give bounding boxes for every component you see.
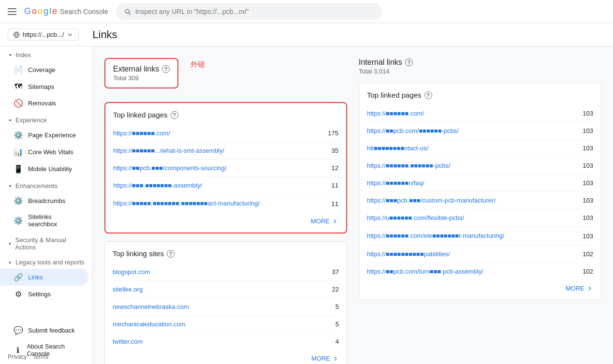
privacy-link[interactable]: Privacy bbox=[8, 353, 27, 360]
sidebar-item-core-web-vitals[interactable]: 📊 Core Web Vitals bbox=[0, 144, 88, 160]
topbar: Google Search Console bbox=[0, 0, 613, 23]
search-bar[interactable] bbox=[116, 3, 382, 20]
internal-top-linked-title-row: Top linked pages ? bbox=[367, 91, 593, 99]
chevron-right-icon bbox=[8, 241, 13, 246]
table-row: blogspot.com 37 bbox=[113, 263, 339, 281]
external-top-linked-title-row: Top linked pages ? bbox=[113, 111, 338, 119]
table-row: https://■■■■■■.../what-is-smt-assembly/ … bbox=[113, 142, 338, 160]
table-row: https://■■■■■■■■■■pabilities/ 102 bbox=[367, 246, 593, 263]
sidebar-item-page-experience[interactable]: ⚙️ Page Experience bbox=[0, 127, 88, 144]
logo-subtitle: Search Console bbox=[60, 8, 108, 15]
sidebar-item-mobile-usability[interactable]: 📱 Mobile Usability bbox=[0, 160, 88, 177]
external-links-annotation: 外链 bbox=[190, 60, 205, 69]
external-top-linked-rows: https://■■■■■■.com/ 175 https://■■■■■■..… bbox=[113, 125, 338, 213]
sidebar-section-security[interactable]: Security & Manual Actions bbox=[0, 232, 92, 254]
external-top-linked-title: Top linked pages bbox=[113, 111, 168, 119]
external-top-linking-rows: blogspot.com 37 sitelike.org 22 newschan… bbox=[113, 263, 339, 350]
feedback-icon: 💬 bbox=[14, 326, 23, 335]
table-row: https://■■■pcb.■■■/custom-pcb-manufactur… bbox=[367, 192, 593, 209]
sidebar-item-submit-feedback[interactable]: 💬 Submit feedback bbox=[0, 322, 88, 339]
external-top-linked-card: Top linked pages ? https://■■■■■■.com/ 1… bbox=[104, 102, 347, 233]
terms-link[interactable]: Terms bbox=[32, 353, 48, 360]
external-top-linking-title: Top linking sites bbox=[113, 249, 164, 258]
subbar: https://...pcb.../ Links bbox=[0, 23, 613, 46]
internal-top-linked-more[interactable]: MORE bbox=[367, 280, 593, 292]
page-experience-icon: ⚙️ bbox=[14, 131, 23, 140]
table-row: https://■■pcb.com/turn■■■ pcb-assembly/ … bbox=[367, 263, 593, 280]
external-top-linking-title-row: Top linking sites ? bbox=[113, 249, 339, 258]
property-selector[interactable]: https://...pcb.../ bbox=[8, 29, 79, 41]
internal-links-header-wrapper: Internal links ? Total 3,014 bbox=[359, 58, 601, 75]
settings-icon: ⚙ bbox=[14, 290, 23, 299]
table-row: mechanicaleducation.com 5 bbox=[113, 316, 339, 333]
external-top-linking-card: Top linking sites ? blogspot.com 37 site… bbox=[104, 241, 347, 364]
mobile-usability-icon: 📱 bbox=[14, 164, 23, 174]
page-title: Links bbox=[92, 29, 117, 41]
links-icon: 🔗 bbox=[14, 273, 23, 282]
table-row: https://■■■■■■.com/ele■■■■■■■t-manufactu… bbox=[367, 227, 593, 246]
table-row: https://■■■■■■.■■■■■■-pcbs/ 103 bbox=[367, 157, 593, 175]
table-row: https://■■pcb.com/■■■■■■-pcbs/ 103 bbox=[367, 122, 593, 140]
external-links-total: Total 309 bbox=[113, 74, 170, 82]
sidebar-item-sitemaps[interactable]: 🗺 Sitemaps bbox=[0, 78, 88, 95]
table-row: https://■■■■■■.com/ 103 bbox=[367, 105, 593, 122]
sidebar-item-sitelinks-searchbox[interactable]: ⚙️ Sitelinks searchbox bbox=[0, 209, 88, 232]
chevron-right-icon bbox=[332, 355, 339, 362]
core-web-vitals-icon: 📊 bbox=[14, 147, 23, 157]
chevron-down-icon bbox=[8, 118, 13, 123]
removals-icon: 🚫 bbox=[14, 99, 23, 108]
sidebar: Index 📄 Coverage 🗺 Sitemaps 🚫 Removals E… bbox=[0, 46, 93, 364]
table-row: newschannelnebraska.com 5 bbox=[113, 298, 339, 316]
external-links-title: External links ? bbox=[113, 65, 170, 73]
layout: Index 📄 Coverage 🗺 Sitemaps 🚫 Removals E… bbox=[0, 46, 613, 364]
table-row: https://■■■.■■■■■■■-assembly/ 11 bbox=[113, 177, 338, 194]
sidebar-section-index[interactable]: Index bbox=[0, 46, 92, 61]
table-row: https://u■■■■■■.com/flexible-pcbs/ 103 bbox=[367, 209, 593, 227]
internal-top-linked-rows: https://■■■■■■.com/ 103 https://■■pcb.co… bbox=[367, 105, 593, 280]
sitemaps-icon: 🗺 bbox=[14, 82, 23, 91]
property-url: https://...pcb.../ bbox=[23, 31, 64, 38]
table-row: https://■■■■■.■■■■■■■.■■■■■■■act-manufac… bbox=[113, 194, 338, 213]
columns: External links ? Total 309 外链 Top linked… bbox=[104, 58, 601, 364]
table-row: sitelike.org 22 bbox=[113, 281, 339, 298]
chevron-down-icon bbox=[8, 184, 13, 189]
external-links-column: External links ? Total 309 外链 Top linked… bbox=[104, 58, 347, 364]
top-linked-help-icon[interactable]: ? bbox=[171, 111, 178, 119]
table-row: https://■■■■■■n/faq/ 103 bbox=[367, 175, 593, 192]
internal-links-title: Internal links ? bbox=[359, 58, 601, 67]
table-row: https://■■■■■■.com/ 175 bbox=[113, 125, 338, 142]
chevron-down-icon bbox=[8, 53, 13, 58]
external-links-header: External links ? Total 309 bbox=[104, 58, 178, 88]
table-row: https://■■pcb.■■■/components-sourcing/ 1… bbox=[113, 160, 338, 177]
sidebar-item-settings[interactable]: ⚙ Settings bbox=[0, 286, 88, 303]
internal-top-linked-help-icon[interactable]: ? bbox=[424, 91, 432, 99]
external-links-help-icon[interactable]: ? bbox=[162, 65, 170, 73]
chevron-right-icon bbox=[8, 260, 13, 265]
search-icon bbox=[124, 8, 131, 15]
sidebar-section-legacy[interactable]: Legacy tools and reports bbox=[0, 254, 92, 269]
logo: Google Search Console bbox=[24, 6, 108, 16]
sidebar-item-removals[interactable]: 🚫 Removals bbox=[0, 95, 88, 112]
sidebar-section-enhancements[interactable]: Enhancements bbox=[0, 177, 92, 192]
chevron-down-icon bbox=[67, 31, 73, 38]
main-content: External links ? Total 309 外链 Top linked… bbox=[93, 46, 613, 364]
search-input[interactable] bbox=[135, 8, 374, 15]
external-top-linked-more[interactable]: MORE bbox=[113, 213, 338, 225]
sidebar-item-links[interactable]: 🔗 Links bbox=[0, 269, 88, 286]
coverage-icon: 📄 bbox=[14, 65, 23, 74]
sidebar-item-breadcrumbs[interactable]: ⚙️ Breadcrumbs bbox=[0, 192, 88, 209]
internal-links-column: Internal links ? Total 3,014 Top linked … bbox=[359, 58, 601, 364]
sidebar-footer: Privacy Terms bbox=[0, 349, 93, 364]
sidebar-section-experience[interactable]: Experience bbox=[0, 112, 92, 127]
external-top-linking-more[interactable]: MORE bbox=[113, 350, 339, 362]
sitelinks-searchbox-icon: ⚙️ bbox=[14, 216, 23, 225]
top-linking-help-icon[interactable]: ? bbox=[167, 250, 175, 258]
globe-icon bbox=[13, 31, 20, 38]
internal-links-help-icon[interactable]: ? bbox=[405, 58, 413, 66]
table-row: twitter.com 4 bbox=[113, 333, 339, 350]
menu-icon[interactable] bbox=[8, 8, 16, 15]
chevron-right-icon bbox=[332, 218, 338, 225]
table-row: htt■■■■■■■■ntact-us/ 103 bbox=[367, 140, 593, 157]
internal-top-linked-card: Top linked pages ? https://■■■■■■.com/ 1… bbox=[359, 83, 601, 300]
sidebar-item-coverage[interactable]: 📄 Coverage bbox=[0, 61, 88, 78]
